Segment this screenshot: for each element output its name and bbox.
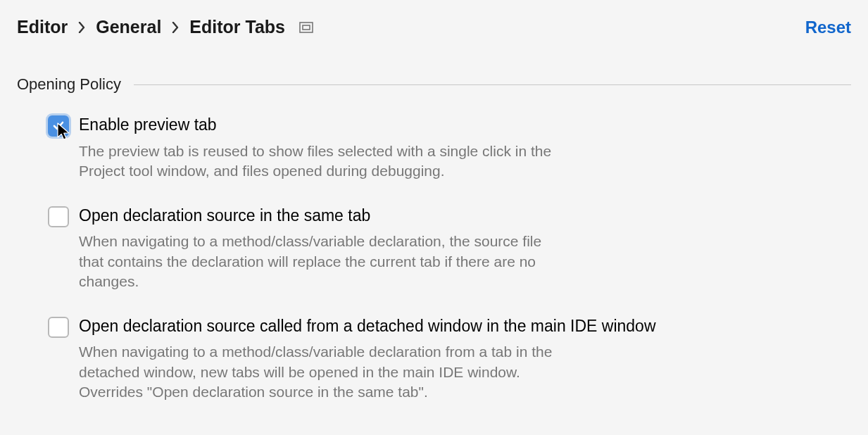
divider [134,84,851,85]
options-list: Enable preview tab The preview tab is re… [17,115,819,402]
header-row: Editor General Editor Tabs Reset [17,17,851,37]
svg-rect-0 [300,23,313,32]
breadcrumb-editor-tabs: Editor Tabs [189,17,285,37]
option-open-declaration-same-tab: Open declaration source in the same tab … [48,206,819,292]
chevron-right-icon [77,20,86,34]
option-open-declaration-detached: Open declaration source called from a de… [48,316,819,403]
option-enable-preview-tab: Enable preview tab The preview tab is re… [48,115,819,182]
checkbox-open-declaration-same-tab[interactable] [48,206,69,227]
svg-rect-1 [303,25,310,30]
section-header: Opening Policy [17,75,851,94]
breadcrumb-general[interactable]: General [96,17,161,37]
option-description: The preview tab is reused to show files … [79,141,558,182]
breadcrumb: Editor General Editor Tabs [17,17,313,37]
section-title: Opening Policy [17,75,121,94]
checkbox-open-declaration-detached[interactable] [48,317,69,338]
window-icon [299,22,313,33]
checkbox-enable-preview-tab[interactable] [48,115,69,137]
reset-button[interactable]: Reset [805,18,851,37]
option-description: When navigating to a method/class/variab… [79,342,558,402]
option-description: When navigating to a method/class/variab… [79,232,558,291]
option-label[interactable]: Open declaration source called from a de… [79,316,797,337]
breadcrumb-editor[interactable]: Editor [17,17,68,37]
chevron-right-icon [171,20,180,34]
option-label[interactable]: Open declaration source in the same tab [79,206,819,227]
option-label[interactable]: Enable preview tab [79,115,819,136]
